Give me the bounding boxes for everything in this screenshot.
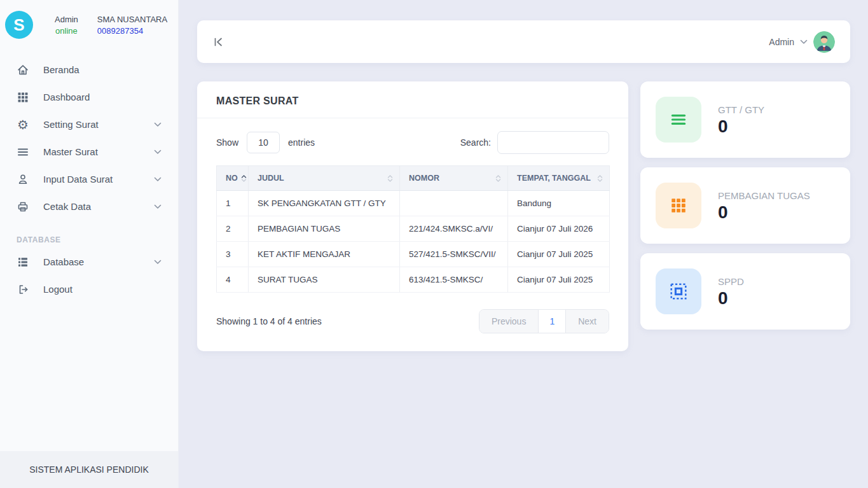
master-surat-table: NO JUDUL [216,165,610,293]
grid-icon [17,91,29,104]
topbar-user-label[interactable]: Admin [769,37,794,47]
sidebar-item-label: Dashboard [43,92,90,102]
sort-icons [238,175,247,182]
stat-card-gtt-gty[interactable]: GTT / GTY 0 [640,81,850,158]
topbar: Admin [197,20,850,63]
sort-asc-icon [495,175,501,178]
table-controls: Show 10 entries Search: [197,118,628,163]
sidebar-item-database[interactable]: Database [0,248,178,275]
sidebar-item-input-data-surat[interactable]: Input Data Surat [0,165,178,193]
logo-letter: S [13,15,24,35]
stats-column: GTT / GTY 0 PEMBAGIAN TUGAS 0 [640,81,850,330]
master-surat-card: MASTER SURAT Show 10 entries Search: [197,81,628,351]
sidebar-item-label: Logout [43,284,72,295]
sidebar-item-cetak-data[interactable]: Cetak Data [0,193,178,220]
stat-card-pembagian-tugas[interactable]: PEMBAGIAN TUGAS 0 [640,167,850,244]
sidebar-header: S Admin online SMA NUSANTARA 0089287354 [0,0,178,50]
sort-desc-icon [387,179,393,182]
sidebar-item-label: Input Data Surat [43,174,113,185]
table-row[interactable]: 4 SURAT TUGAS 613/421.5-SMKSC/ Cianjur 0… [217,267,610,293]
main-area: Admin MASTER [178,0,868,488]
sidebar-footer: SISTEM APLIKASI PENDIDIK [0,451,178,488]
card-header: MASTER SURAT [197,81,628,118]
sidebar: S Admin online SMA NUSANTARA 0089287354 … [0,0,178,488]
next-page-button[interactable]: Next [566,310,609,333]
sidebar-item-logout[interactable]: Logout [0,275,178,303]
table-row[interactable]: 3 KET AKTIF MENGAJAR 527/421.5-SMKSC/VII… [217,242,610,267]
app-root: S Admin online SMA NUSANTARA 0089287354 … [0,0,868,488]
stat-card-sppd[interactable]: SPPD 0 [640,253,850,330]
sort-icons [493,175,501,182]
sidebar-item-label: Database [43,256,84,267]
sort-desc-icon [241,179,247,182]
sidebar-item-setting-surat[interactable]: ⚙ Setting Surat [0,111,178,138]
home-icon [17,64,29,76]
stat-label: SPPD [718,276,744,287]
page-number-button[interactable]: 1 [538,310,566,333]
sidebar-school-block: SMA NUSANTARA 0089287354 [97,15,167,36]
sidebar-item-master-surat[interactable]: Master Surat [0,138,178,165]
school-number: 0089287354 [97,26,167,36]
gear-icon: ⚙ [17,118,29,131]
sidebar-item-dashboard[interactable]: Dashboard [0,83,178,111]
chevron-down-icon [154,204,162,209]
column-header-tempat-tanggal[interactable]: TEMPAT, TANGGAL [508,166,610,191]
table-row[interactable]: 1 SK PENGANGKATAN GTT / GTY Bandung [217,191,610,216]
sidebar-user-name: Admin [55,15,78,24]
page-length-value: 10 [258,137,268,148]
sort-icons [385,175,393,182]
person-icon [17,173,29,186]
sort-icons [595,175,603,182]
chevron-down-icon [154,150,162,155]
sidebar-item-label: Master Surat [43,146,98,157]
content: MASTER SURAT Show 10 entries Search: [197,81,850,351]
sidebar-item-beranda[interactable]: Beranda [0,56,178,83]
stat-label: PEMBAGIAN TUGAS [718,190,810,201]
avatar[interactable] [813,31,835,53]
table-row[interactable]: 2 PEMBAGIAN TUGAS 221/424.SMKSC.a/VI/ Ci… [217,216,610,242]
app-logo[interactable]: S [5,11,33,39]
sort-desc-icon [597,179,603,182]
chevron-down-icon [154,260,162,265]
pagination: Previous 1 Next [479,309,609,333]
stat-value: 0 [718,289,744,307]
chevron-down-icon [800,39,808,45]
column-header-judul[interactable]: JUDUL [249,166,400,191]
sidebar-item-label: Setting Surat [43,119,99,130]
sidebar-menu: Beranda Dashboard ⚙ Setting Surat Master… [0,50,178,220]
stat-value: 0 [718,118,764,136]
sort-desc-icon [495,179,501,182]
search-input[interactable] [497,131,609,154]
stat-value: 0 [718,204,810,221]
sidebar-item-label: Beranda [43,64,79,75]
chevron-down-icon [154,122,162,127]
chevron-down-icon [154,177,162,182]
column-header-nomor[interactable]: NOMOR [400,166,508,191]
stat-label: GTT / GTY [718,104,764,115]
topbar-user-menu[interactable]: Admin [769,31,835,53]
page-title: MASTER SURAT [216,95,609,107]
column-header-no[interactable]: NO [217,166,249,191]
menu-lines-icon [17,146,29,158]
table-header-row: NO JUDUL [217,166,610,191]
table-footer: Showing 1 to 4 of 4 entries Previous 1 N… [197,293,628,351]
grid-icon [656,183,701,228]
previous-page-button[interactable]: Previous [479,310,538,333]
sort-asc-icon [597,175,603,178]
sidebar-user-status: online [55,26,78,36]
logout-icon [17,283,29,296]
entries-label: entries [288,137,315,148]
search-area: Search: [460,131,609,154]
app-name: SISTEM APLIKASI PENDIDIK [29,464,149,475]
menu-lines-icon [656,97,701,143]
search-label: Search: [460,137,491,148]
sort-asc-icon [387,175,393,178]
selection-square-icon [656,268,701,314]
sidebar-user-block: Admin online [55,15,78,36]
printer-icon [17,200,29,213]
school-name: SMA NUSANTARA [97,15,167,24]
page-length-select[interactable]: 10 [247,132,280,153]
collapse-sidebar-icon[interactable] [212,37,225,47]
table-summary: Showing 1 to 4 of 4 entries [216,316,322,326]
show-label: Show [216,137,238,148]
